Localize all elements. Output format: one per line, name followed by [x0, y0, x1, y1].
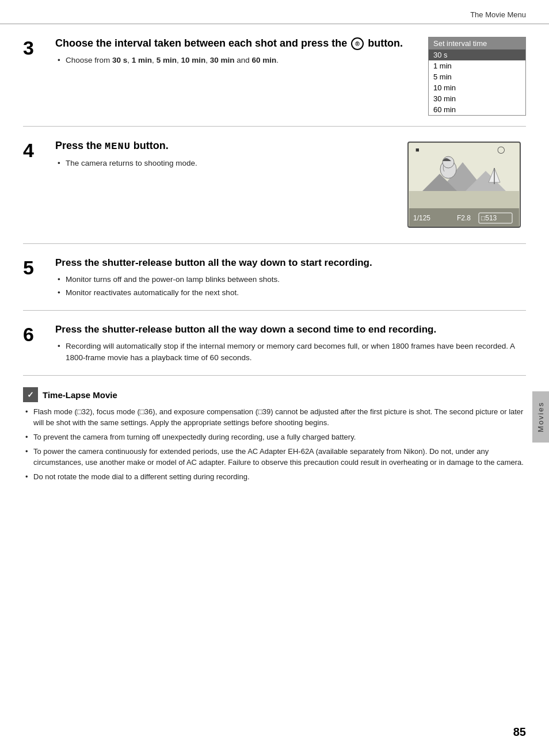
step-5-bullet-1: Monitor turns off and the power-on lamp …: [58, 274, 526, 285]
note-bullet-2: To prevent the camera from turning off u…: [25, 432, 526, 443]
step-4-title: Press the MENU button.: [55, 139, 394, 153]
side-tab-label: Movies: [536, 402, 545, 432]
note-header: ✓ Time-Lapse Movie: [23, 387, 526, 402]
step-3-text: Choose the interval taken between each s…: [55, 37, 417, 116]
step-3-layout: Choose the interval taken between each s…: [55, 37, 526, 116]
interval-menu-item-30min: 30 min: [429, 93, 525, 104]
page-footer: 85: [513, 726, 526, 739]
interval-menu-item-60min: 60 min: [429, 104, 525, 115]
step-4-layout: Press the MENU button. The camera return…: [55, 139, 526, 233]
step-3-bullets: Choose from 30 s, 1 min, 5 min, 10 min, …: [55, 55, 417, 66]
step-4-bullets: The camera returns to shooting mode.: [55, 158, 394, 169]
note-bullet-3: To power the camera continuously for ext…: [25, 446, 526, 468]
interval-menu-item-30s: 30 s: [429, 49, 525, 60]
page-number: 85: [513, 726, 526, 738]
step-4-number: 4: [23, 139, 51, 160]
step-3-title: Choose the interval taken between each s…: [55, 37, 417, 50]
step-3: 3 Choose the interval taken between each…: [23, 24, 526, 127]
note-bullet-4: Do not rotate the mode dial to a differe…: [25, 472, 526, 483]
svg-text:■: ■: [415, 146, 420, 153]
step-3-bullet-1: Choose from 30 s, 1 min, 5 min, 10 min, …: [58, 55, 417, 66]
page-header-title: The Movie Menu: [470, 10, 526, 19]
page: The Movie Menu 3 Choose the interval tak…: [0, 0, 549, 756]
step-4-body: Press the MENU button. The camera return…: [51, 139, 526, 233]
step-6-body: Press the shutter-release button all the…: [51, 323, 526, 365]
step-5-number: 5: [23, 257, 51, 277]
step-6-bullet-1: Recording will automatically stop if the…: [58, 341, 526, 363]
step-5-bullet-2: Monitor reactivates automatically for th…: [58, 287, 526, 299]
step-4-camera-image: ■ ◯ 1/125 F2.8 □513: [405, 139, 526, 233]
step-6: 6 Press the shutter-release button all t…: [23, 311, 526, 376]
step-4-text: Press the MENU button. The camera return…: [55, 139, 394, 233]
note-section: ✓ Time-Lapse Movie Flash mode (□32), foc…: [23, 387, 526, 497]
interval-menu-item-5min: 5 min: [429, 71, 525, 82]
note-bullet-1: Flash mode (□32), focus mode (□36), and …: [25, 407, 526, 429]
interval-menu-item-1min: 1 min: [429, 60, 525, 71]
step-4: 4 Press the MENU button. The camera retu…: [23, 127, 526, 244]
step-5-bullets: Monitor turns off and the power-on lamp …: [55, 274, 526, 298]
interval-menu-item-10min: 10 min: [429, 82, 525, 93]
side-tab: Movies: [532, 391, 549, 442]
note-title: Time-Lapse Movie: [43, 390, 117, 400]
step-5-body: Press the shutter-release button all the…: [51, 257, 526, 300]
interval-menu: Set interval time 30 s 1 min 5 min 10 mi…: [428, 37, 526, 116]
step-3-image: Set interval time 30 s 1 min 5 min 10 mi…: [428, 37, 526, 116]
note-icon: ✓: [23, 387, 38, 402]
svg-text:1/125: 1/125: [413, 214, 430, 222]
step-4-bullet-1: The camera returns to shooting mode.: [58, 158, 394, 169]
svg-text:◯: ◯: [497, 146, 505, 154]
step-5-title: Press the shutter-release button all the…: [55, 257, 526, 269]
note-bullets: Flash mode (□32), focus mode (□36), and …: [23, 407, 526, 482]
svg-text:□513: □513: [481, 214, 497, 222]
svg-point-8: [443, 156, 454, 168]
svg-text:F2.8: F2.8: [457, 214, 471, 222]
step-6-title: Press the shutter-release button all the…: [55, 323, 526, 336]
step-6-bullets: Recording will automatically stop if the…: [55, 341, 526, 363]
interval-menu-title: Set interval time: [429, 37, 525, 49]
ok-button-icon: ®: [351, 37, 364, 50]
step-6-number: 6: [23, 323, 51, 344]
step-5: 5 Press the shutter-release button all t…: [23, 244, 526, 311]
camera-lcd-svg: ■ ◯ 1/125 F2.8 □513: [405, 139, 526, 231]
step-3-number: 3: [23, 37, 51, 58]
main-content: 3 Choose the interval taken between each…: [0, 24, 549, 498]
step-3-body: Choose the interval taken between each s…: [51, 37, 526, 116]
page-header: The Movie Menu: [0, 0, 549, 24]
